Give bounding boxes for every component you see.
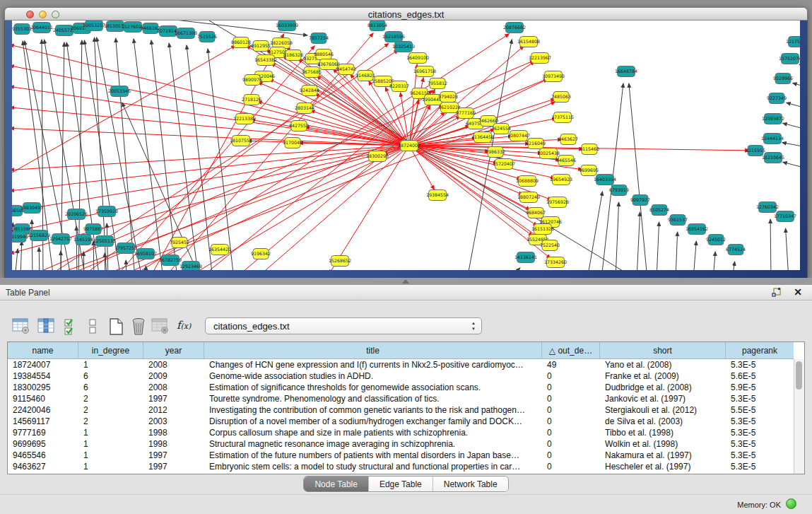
network-canvas[interactable]: 9355301206440112405572420691406100532571… [12,21,800,270]
tab-edge-table[interactable]: Edge Table [369,477,433,491]
unselect-all-icon[interactable] [88,317,98,336]
network-node[interactable]: 9465546 [556,156,576,166]
new-table-icon[interactable] [107,317,124,336]
network-node[interactable]: 7485063 [551,92,571,103]
network-node[interactable]: 19218596 [382,32,405,42]
window-titlebar[interactable]: citations_edges.txt [4,7,808,21]
network-node[interactable]: 12213389 [233,114,256,124]
table-row[interactable]: 1830029562008Estimation of significance … [8,382,794,393]
panel-divider[interactable] [0,278,812,285]
delete-table-icon[interactable] [130,317,147,336]
delete-columns-icon[interactable] [151,317,170,334]
network-node[interactable]: 7986332 [486,147,505,158]
network-node[interactable]: 20876682 [503,23,526,33]
network-node[interactable]: 9975887 [83,224,103,235]
network-node[interactable]: 8220317 [389,81,409,92]
network-node[interactable]: 9777169 [456,108,476,119]
network-node[interactable]: 15720407 [493,159,515,170]
network-node[interactable]: 9699695 [579,165,599,176]
network-node[interactable]: 17359928 [95,206,118,217]
network-node[interactable]: 12444134 [761,134,784,144]
network-node[interactable]: 12942757 [49,234,72,245]
network-node[interactable]: 16954162 [686,224,708,235]
network-node[interactable]: 12093872 [762,114,784,124]
network-node[interactable]: 12156829 [28,230,50,241]
network-node[interactable]: 7515526 [197,32,217,42]
table-row[interactable]: 946554611997Estimation of the future num… [8,450,794,461]
network-node[interactable]: 9463627 [558,134,578,145]
close-panel-icon[interactable]: ✕ [794,286,802,298]
network-node[interactable]: 9675685 [302,67,322,78]
network-node[interactable]: 9242844 [300,86,319,96]
network-node[interactable]: 9794028 [438,92,458,103]
column-header-title[interactable]: title [204,342,542,358]
column-header-outde[interactable]: △ out_de… [542,342,600,358]
network-node[interactable]: 16154808 [517,37,540,47]
network-node[interactable]: 12175310 [786,37,800,47]
table-row[interactable]: 1872400712008Changes of HCN gene express… [8,359,794,370]
network-node[interactable]: 8105274 [649,205,669,216]
network-node[interactable]: 14136141 [514,252,537,263]
network-node[interactable]: 6793919 [609,185,629,196]
network-node[interactable]: 9170049 [283,138,302,148]
network-node[interactable]: 19830497 [20,203,43,214]
network-node[interactable]: 8186328 [283,50,303,61]
network-node[interactable]: 7925452 [170,238,189,248]
network-node[interactable]: 10053257 [83,21,105,31]
tab-node-table[interactable]: Node Table [304,477,369,491]
divider-grip-icon[interactable] [402,279,409,284]
network-node[interactable]: 16409100 [406,53,429,64]
network-node[interactable]: 9097927 [630,195,650,206]
column-header-name[interactable]: name [8,342,78,358]
network-node[interactable]: 16354421 [208,245,231,255]
network-node[interactable]: 8427552 [289,121,309,132]
network-node[interactable]: 10325419 [392,42,415,52]
network-node[interactable]: 8454743 [336,64,356,75]
network-node[interactable]: 10973493 [542,71,565,82]
memory-ok-indicator[interactable] [786,498,796,509]
network-node[interactable]: 19654923 [550,175,572,185]
network-node[interactable]: 12505135 [93,236,116,247]
network-node[interactable]: 8813054 [367,21,387,31]
attribute-table-settings-icon[interactable] [12,317,30,334]
table-row[interactable]: 946362711997Embryonic stem cells: a mode… [8,461,794,472]
network-node[interactable]: 9319948 [12,232,28,243]
network-node[interactable]: 16033809 [276,21,298,31]
network-node[interactable]: 21364456 [471,132,494,143]
network-node[interactable]: 9355301 [12,24,32,35]
float-window-icon[interactable] [771,287,782,298]
network-node[interactable]: 19384554 [426,190,449,201]
network-node[interactable]: 7955812 [428,78,447,89]
network-node[interactable]: 20206526 [65,209,88,220]
network-hub-node[interactable]: 18724007 [398,141,420,151]
network-node[interactable]: 18807249 [517,192,540,203]
network-node[interactable]: 17375115 [551,112,574,123]
network-node[interactable]: 9227349 [767,93,787,104]
select-columns-icon[interactable] [37,317,56,334]
table-row[interactable]: 969969511998Structural magnetic resonanc… [8,438,794,450]
table-header-row[interactable]: namein_degreeyeartitle△ out_de…shortpage… [8,342,794,359]
network-node[interactable]: 9684067 [526,208,546,218]
network-node[interactable]: 16648784 [615,66,637,77]
network-node[interactable]: 7857224 [309,33,329,44]
network-node[interactable]: 7522540 [540,240,560,251]
table-scrollbar[interactable] [794,359,804,474]
network-node[interactable]: 6774524 [726,245,746,255]
scrollbar-thumb[interactable] [796,361,802,390]
network-node[interactable]: 16958107 [134,249,157,259]
column-header-pagerank[interactable]: pagerank [726,342,794,358]
network-node[interactable]: 2718126 [242,95,261,105]
table-row[interactable]: 2242004622012Investigating the contribut… [8,404,794,416]
column-header-indegree[interactable]: in_degree [78,342,143,358]
network-node[interactable]: 16782759 [159,255,182,266]
network-node[interactable]: 16403354 [594,175,616,185]
network-node[interactable]: 10688809 [516,176,539,187]
network-node[interactable]: 16543382 [254,55,277,66]
network-node[interactable]: 19756928 [546,197,569,208]
network-node[interactable]: 12213967 [529,53,551,64]
network-node[interactable]: 20644011 [30,23,53,33]
network-node[interactable]: 18107554 [230,136,252,146]
network-node[interactable]: 2803144 [295,103,314,114]
function-builder-icon[interactable]: f(x) [177,319,191,332]
table-row[interactable]: 1938455462009Genome-wide association stu… [8,370,794,382]
